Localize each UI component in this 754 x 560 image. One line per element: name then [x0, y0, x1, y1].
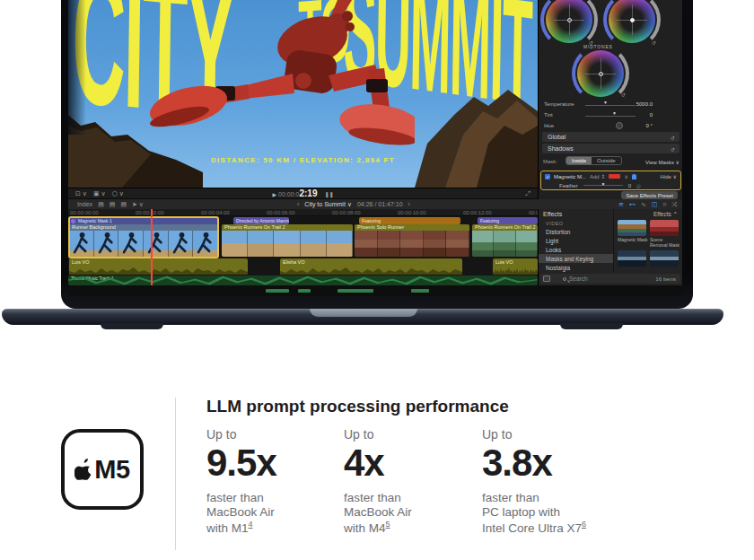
hue-dial-knob[interactable]	[616, 122, 623, 129]
category-light[interactable]: Light	[539, 236, 613, 245]
trim-tool-icon[interactable]: ≋	[618, 201, 624, 208]
stats-heading: LLM prompt processing performance	[206, 397, 509, 416]
macbook-foot	[560, 323, 623, 329]
tint-slider[interactable]: Tint ▼ 0	[539, 110, 682, 120]
mask-controls: Mask: Inside Outside View Masks ∨	[539, 156, 682, 168]
vertical-divider	[175, 398, 176, 550]
title-clip[interactable]: Directed by Antonio Manriquez	[233, 217, 289, 224]
mask-hide-menu[interactable]: Hide ∨	[661, 173, 677, 179]
clip-appearance-icon[interactable]: ▤	[98, 201, 104, 208]
timeline-clip-selected[interactable]: Runner Background	[69, 224, 218, 257]
stat-column: Up to 9.5x faster than MacBook Air with …	[206, 427, 341, 536]
search-icon	[563, 277, 566, 281]
color-wheel-highlights[interactable]	[609, 0, 655, 43]
audio-clip[interactable]: Luis VO	[493, 258, 538, 275]
mask-segmented-control[interactable]: Inside Outside	[566, 156, 622, 165]
timeline-clip[interactable]: Phoenix Runners On Trail 2	[222, 224, 353, 257]
effect-thumb-magnetic-mask[interactable]	[618, 220, 646, 236]
checkbox-icon[interactable]: ✓	[545, 174, 550, 179]
category-video[interactable]: VIDEO	[539, 219, 613, 227]
effects-grid-header[interactable]: Effects ⌃	[614, 209, 682, 219]
cursor-tool-icon[interactable]: ➤ ∨	[132, 201, 144, 208]
footnote-link[interactable]: 5	[386, 520, 390, 529]
macbook-screen: CITY TO SUMMIT	[68, 0, 682, 296]
snapping-icon[interactable]: ⊷	[629, 201, 636, 208]
pause-icon[interactable]: ❚❚	[324, 192, 333, 197]
save-effects-preset-button[interactable]: Save Effects Preset	[621, 191, 678, 199]
stat-value: 3.8x	[482, 443, 617, 483]
feather-label: Feather	[559, 183, 578, 188]
color-swatch[interactable]	[609, 174, 620, 179]
grid-icon[interactable]: ⌗	[662, 201, 666, 208]
section-shadows[interactable]: Shadows↺	[542, 144, 679, 153]
footnote-link[interactable]: 6	[582, 520, 586, 529]
category-masks-and-keying[interactable]: Masks and Keying	[539, 254, 613, 263]
effects-browser: Effects VIDEO Distortion Light Looks Mas…	[538, 209, 682, 285]
solo-icon[interactable]: ◫	[652, 201, 658, 208]
effect-thumb-label: Scene Removal Mask	[650, 238, 680, 249]
viewer-timecode: ▶ 00:00:02:19 ❚❚	[68, 188, 538, 198]
clip-appearance-icon-3[interactable]: ▤	[120, 201, 127, 208]
hue-dial[interactable]: Hue 0 °	[539, 121, 682, 131]
keyframe-icon[interactable]: ◇	[636, 182, 641, 188]
macbook-foot	[101, 323, 163, 329]
viewer-control-bar: ⊡ ∨ ▣ ∨ ⬡ ∨ ▶ 00:00:02:19 ❚❚ ⤢	[68, 188, 538, 198]
clip-appearance-icon-2[interactable]: ▤	[110, 201, 116, 208]
effect-thumb-label: Magnetic Mask	[618, 238, 648, 243]
music-track[interactable]: Theme Music Track 1	[68, 276, 538, 285]
search-placeholder: Search	[569, 276, 588, 282]
playhead[interactable]	[151, 209, 153, 285]
stat-upto: Up to	[206, 427, 341, 442]
audio-clip[interactable]: Luis VO	[69, 258, 248, 275]
index-button[interactable]: Index	[77, 201, 92, 207]
color-wheel-midtones[interactable]	[577, 50, 624, 97]
section-global[interactable]: Global↺	[542, 132, 679, 142]
effect-thumb[interactable]	[618, 250, 646, 267]
mask-label: Mask:	[543, 159, 557, 164]
magnetic-mask-bar[interactable]: Magnetic Mask 1	[69, 217, 218, 224]
route-icon[interactable]: ⤨	[671, 201, 677, 208]
timeline-clip[interactable]: Phoenix Runners On Trail 2	[472, 224, 538, 257]
magnetic-mask-item[interactable]: ✓ Magnetic M... Add ⇕ ∨ Hide ∨ Feather ▼…	[540, 171, 681, 190]
category-nostalgia[interactable]: Nostalgia	[539, 263, 613, 272]
person-icon	[632, 174, 636, 179]
stat-column: Up to 4x faster than MacBook Air with M4…	[344, 427, 478, 536]
audio-clip[interactable]: Elisha VO	[280, 258, 462, 275]
distance-elevation-overlay: DISTANCE: 50 KM / ELEVATION: 2,894 FT	[68, 156, 538, 164]
items-count: 16 items	[655, 276, 676, 282]
category-looks[interactable]: Looks	[539, 245, 613, 254]
project-duration: 04:26 / 01:47:10	[357, 201, 403, 207]
timecode-current: 2:19	[299, 188, 317, 198]
reset-icon[interactable]: ↺	[652, 39, 656, 46]
play-icon[interactable]: ▶	[273, 192, 277, 197]
view-masks-menu[interactable]: View Masks ∨	[645, 159, 679, 165]
title-clip[interactable]: Featuring	[478, 217, 538, 224]
filter-icon[interactable]	[543, 276, 550, 282]
apple-product-page: CITY TO SUMMIT	[0, 0, 754, 560]
effects-search-bar[interactable]: Search 16 items	[540, 274, 680, 284]
color-wheel-shadows[interactable]	[546, 0, 592, 43]
project-title[interactable]: City to Summit ∨	[304, 201, 352, 208]
fcp-viewer: CITY TO SUMMIT	[68, 0, 538, 188]
mask-inside-segment[interactable]: Inside	[566, 157, 592, 164]
fcp-timeline: 00:00:00:00 00:00:02:00 00:00:04:00 00:0…	[68, 209, 538, 285]
mask-outside-segment[interactable]: Outside	[592, 157, 621, 164]
effects-sidebar-header: Effects	[539, 209, 613, 219]
timecode-prefix: 00:00:0	[278, 191, 299, 197]
effect-thumb-scene-removal[interactable]	[650, 220, 679, 236]
reset-icon[interactable]: ↺	[621, 92, 626, 98]
stat-value: 9.5x	[206, 443, 341, 483]
mask-add-menu[interactable]: Add ⇕	[590, 173, 605, 179]
timeline-ruler[interactable]: 00:00:00:00 00:00:02:00 00:00:04:00 00:0…	[68, 209, 538, 216]
effect-thumb[interactable]	[650, 250, 679, 267]
timeline-clip[interactable]: Phoenix Solo Runner	[355, 224, 469, 257]
forward-icon[interactable]: ›	[408, 201, 410, 207]
back-icon[interactable]: ‹	[297, 201, 299, 207]
temperature-slider[interactable]: Temperature ▼ 5000.0	[539, 100, 682, 109]
audio-skimming-icon[interactable]: ∿	[641, 201, 646, 208]
title-clip[interactable]: Featuring	[359, 217, 460, 224]
stat-value: 4x	[344, 443, 478, 483]
footnote-link[interactable]: 4	[249, 520, 253, 529]
timeline-footer-strip	[68, 285, 682, 296]
category-distortion[interactable]: Distortion	[539, 227, 613, 236]
